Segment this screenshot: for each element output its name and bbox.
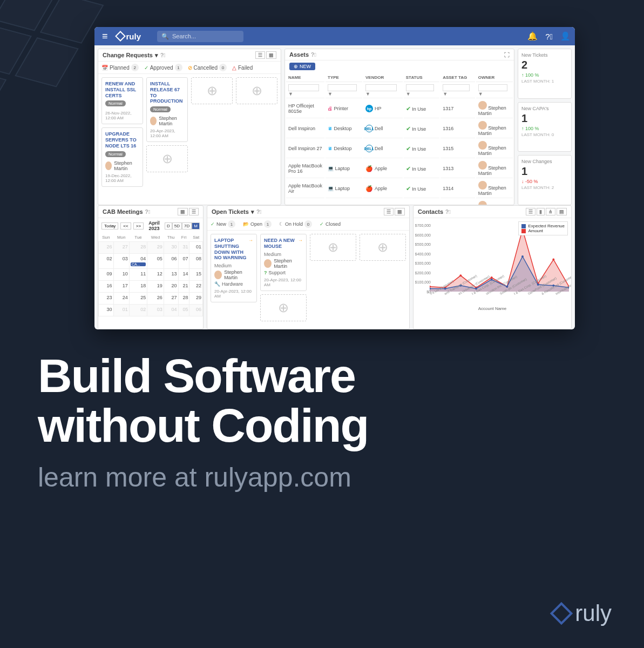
ticket-card[interactable]: NEED A NEW MOUSE→ Medium Stephen Martin … xyxy=(260,234,307,291)
help-icon[interactable]: ?⃝ xyxy=(311,52,316,58)
cr-tab[interactable]: 📅 Planned 2 xyxy=(101,64,139,71)
today-button[interactable]: Today xyxy=(101,222,118,230)
calendar-day[interactable]: 23 xyxy=(99,293,114,305)
prev-month-button[interactable]: << xyxy=(120,222,131,230)
filter-icon[interactable]: ▼ xyxy=(288,91,293,97)
calendar-event[interactable]: CA... xyxy=(131,262,146,266)
calendar-day[interactable]: 26 xyxy=(147,293,164,305)
add-ticket-button[interactable]: ⊕ xyxy=(260,294,307,321)
calendar-day[interactable]: 31 xyxy=(178,242,189,254)
calendar-day[interactable]: 27 xyxy=(113,242,129,254)
stat-card[interactable]: New Changes 1 ↓ -50 % LAST MONTH: 2 xyxy=(518,155,572,205)
column-header[interactable]: NAME xyxy=(286,73,324,82)
calendar-day[interactable]: 14 xyxy=(178,269,189,281)
expand-icon[interactable]: ⛶ xyxy=(504,52,510,58)
calendar-day[interactable]: 08 xyxy=(189,254,203,269)
calendar-day[interactable]: 28 xyxy=(178,293,189,305)
help-icon[interactable]: ?⃝ xyxy=(256,209,262,215)
calendar-day[interactable]: 26 xyxy=(99,242,114,254)
column-filter-input[interactable] xyxy=(365,84,397,91)
stat-card[interactable]: New Tickets 2 ↑ 100 % LAST MONTH: 1 xyxy=(518,49,572,99)
change-request-card[interactable]: RENEW AND INSTALL SSL CERTS Normal 26-No… xyxy=(101,77,143,124)
calendar-day[interactable]: 04 xyxy=(164,305,178,316)
filter-icon[interactable]: ▼ xyxy=(478,91,483,97)
calendar-day[interactable]: 09 xyxy=(99,269,114,281)
calendar-day[interactable]: 22 xyxy=(189,281,203,293)
view-bar-icon[interactable]: ▮ xyxy=(537,208,545,215)
view-calendar-icon[interactable]: ▦ xyxy=(178,208,188,215)
change-request-card[interactable]: UPGRADE SERVERS TO NODE LTS 16 Normal St… xyxy=(101,127,143,186)
calendar-day[interactable]: 28 xyxy=(129,242,147,254)
column-header[interactable]: OWNER xyxy=(476,73,513,82)
view-grid-icon[interactable]: ▦ xyxy=(266,51,276,59)
calendar-day[interactable]: 29 xyxy=(147,242,164,254)
calendar-day[interactable]: 13 xyxy=(164,269,178,281)
range-button[interactable]: 7D xyxy=(182,222,192,230)
calendar-day[interactable]: 10 xyxy=(113,269,129,281)
calendar-day[interactable]: 30 xyxy=(99,305,114,316)
calendar-day[interactable]: 04CA... xyxy=(129,254,147,269)
calendar-day[interactable]: 29 xyxy=(189,293,203,305)
ticket-tab[interactable]: ✓ Closed xyxy=(320,221,341,227)
add-card-button[interactable]: ⊕ xyxy=(236,77,277,104)
new-asset-button[interactable]: ⊕ NEW xyxy=(289,63,315,70)
column-header[interactable]: VENDOR xyxy=(363,73,403,82)
brand[interactable]: ruly xyxy=(111,32,147,41)
calendar-day[interactable]: 24 xyxy=(113,293,129,305)
asset-row[interactable]: Apple MacBook Pro 16 💻 Laptop 🍎 Apple ✔ … xyxy=(286,159,513,178)
help-icon[interactable]: ?⃝ xyxy=(545,32,553,41)
calendar-day[interactable]: 12 xyxy=(147,269,164,281)
asset-row[interactable]: Dell XPS 9500 💻 Laptop DELL Dell ✔ In Us… xyxy=(286,199,513,205)
add-card-button[interactable]: ⊕ xyxy=(191,77,233,104)
chevron-down-icon[interactable]: ▾ xyxy=(155,52,158,59)
column-header[interactable]: ASSET TAG xyxy=(440,73,475,82)
calendar-day[interactable]: 01 xyxy=(189,242,203,254)
calendar-day[interactable]: 06 xyxy=(164,254,178,269)
calendar-day[interactable]: 18 xyxy=(129,281,147,293)
search-box[interactable]: 🔍 xyxy=(157,31,243,42)
cr-tab[interactable]: ✓ Approved 1 xyxy=(144,64,182,71)
filter-icon[interactable]: ▼ xyxy=(365,91,370,97)
range-button[interactable]: 5D xyxy=(172,222,182,230)
calendar-day[interactable]: 27 xyxy=(164,293,178,305)
calendar-day[interactable]: 02 xyxy=(99,254,114,269)
help-icon[interactable]: ?⃝ xyxy=(160,52,166,58)
view-table-icon[interactable]: ▤ xyxy=(557,208,567,215)
filter-icon[interactable]: ▼ xyxy=(406,91,411,97)
add-card-button[interactable]: ⊕ xyxy=(146,145,188,172)
calendar-day[interactable]: 25 xyxy=(129,293,147,305)
view-list-icon[interactable]: ☰ xyxy=(526,208,535,215)
calendar-day[interactable]: 21 xyxy=(178,281,189,293)
calendar-day[interactable]: 20 xyxy=(164,281,178,293)
column-filter-input[interactable] xyxy=(328,84,357,91)
view-grid-icon[interactable]: ▦ xyxy=(395,208,405,215)
range-button[interactable]: M xyxy=(192,222,200,230)
menu-icon[interactable]: ≡ xyxy=(99,31,111,42)
help-icon[interactable]: ?⃝ xyxy=(145,209,151,215)
asset-row[interactable]: HP Officejet 8015e 🖨 Printer hp HP ✔ In … xyxy=(286,99,513,118)
asset-row[interactable]: Apple MacBook Air 💻 Laptop 🍎 Apple ✔ In … xyxy=(286,179,513,198)
cr-tab[interactable]: △ Failed xyxy=(232,65,253,71)
filter-icon[interactable]: ▼ xyxy=(443,91,448,97)
column-header[interactable]: STATUS xyxy=(404,73,439,82)
chevron-down-icon[interactable]: ▾ xyxy=(251,208,254,215)
view-chart-icon[interactable]: ⋔ xyxy=(546,208,555,215)
column-filter-input[interactable] xyxy=(478,84,507,91)
add-ticket-button[interactable]: ⊕ xyxy=(310,234,356,261)
add-ticket-button[interactable]: ⊕ xyxy=(360,234,406,261)
calendar-day[interactable]: 17 xyxy=(113,281,129,293)
next-month-button[interactable]: >> xyxy=(133,222,144,230)
calendar-day[interactable]: 03 xyxy=(147,305,164,316)
calendar-day[interactable]: 19 xyxy=(147,281,164,293)
asset-row[interactable]: Dell Inspiron 🖥 Desktop DELL Dell ✔ In U… xyxy=(286,119,513,138)
calendar-day[interactable]: 30 xyxy=(164,242,178,254)
calendar-day[interactable]: 16 xyxy=(99,281,114,293)
calendar-day[interactable]: 11 xyxy=(129,269,147,281)
calendar-day[interactable]: 05 xyxy=(147,254,164,269)
view-list-icon[interactable]: ☰ xyxy=(384,208,394,215)
calendar-day[interactable]: 05 xyxy=(178,305,189,316)
cr-tab[interactable]: ⊘ Cancelled 0 xyxy=(188,64,227,71)
calendar-day[interactable]: 03 xyxy=(113,254,129,269)
column-filter-input[interactable] xyxy=(406,84,435,91)
calendar-day[interactable]: 07 xyxy=(178,254,189,269)
